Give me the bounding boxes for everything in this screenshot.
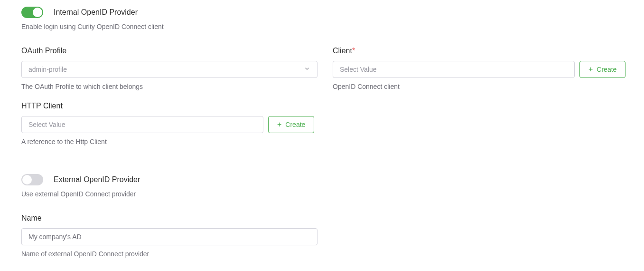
plus-icon: +	[277, 121, 281, 128]
oauth-profile-select[interactable]: admin-profile	[21, 61, 317, 78]
chevron-down-icon	[304, 66, 310, 74]
external-provider-toggle[interactable]	[21, 174, 43, 185]
settings-panel: Internal OpenID Provider Enable login us…	[4, 0, 640, 271]
http-client-create-button[interactable]: + Create	[268, 116, 314, 133]
oauth-profile-value: admin-profile	[28, 66, 67, 73]
external-provider-desc: Use external OpenID Connect provider	[21, 190, 623, 198]
client-create-label: Create	[597, 66, 616, 73]
oauth-profile-label: OAuth Profile	[21, 47, 317, 55]
client-label-text: Client	[333, 47, 352, 55]
toggle-knob	[22, 175, 32, 184]
internal-provider-section: Internal OpenID Provider Enable login us…	[21, 7, 623, 30]
external-provider-label: External OpenID Provider	[54, 175, 140, 184]
client-label: Client*	[333, 47, 629, 55]
internal-provider-desc: Enable login using Curity OpenID Connect…	[21, 23, 623, 30]
client-field: Client* Select Value + Create OpenID Con…	[333, 47, 629, 90]
client-placeholder: Select Value	[340, 66, 377, 73]
client-help: OpenID Connect client	[333, 83, 629, 90]
toggle-knob	[33, 8, 42, 17]
name-input-wrapper	[21, 228, 317, 245]
external-provider-section: External OpenID Provider Use external Op…	[21, 174, 623, 198]
http-client-create-label: Create	[285, 121, 305, 128]
http-client-label: HTTP Client	[21, 102, 623, 110]
name-field: Name Name of external OpenID Connect pro…	[21, 214, 623, 258]
http-client-help: A reference to the Http Client	[21, 138, 623, 145]
client-create-button[interactable]: + Create	[579, 61, 625, 78]
external-provider-toggle-row: External OpenID Provider	[21, 174, 623, 185]
http-client-placeholder: Select Value	[28, 121, 65, 128]
http-client-field: HTTP Client Select Value + Create A refe…	[21, 102, 623, 145]
name-input[interactable]	[28, 229, 310, 245]
required-marker: *	[352, 47, 355, 55]
internal-provider-toggle-row: Internal OpenID Provider	[21, 7, 623, 18]
internal-provider-label: Internal OpenID Provider	[54, 8, 138, 17]
oauth-client-row: OAuth Profile admin-profile The OAuth Pr…	[21, 47, 623, 102]
name-help: Name of external OpenID Connect provider	[21, 250, 623, 258]
client-select[interactable]: Select Value	[333, 61, 575, 78]
name-label: Name	[21, 214, 623, 223]
http-client-control-row: Select Value + Create	[21, 116, 623, 133]
oauth-profile-field: OAuth Profile admin-profile The OAuth Pr…	[21, 47, 317, 90]
internal-provider-toggle[interactable]	[21, 7, 43, 18]
client-control-row: Select Value + Create	[333, 61, 629, 78]
plus-icon: +	[588, 66, 593, 73]
http-client-select[interactable]: Select Value	[21, 116, 263, 133]
oauth-profile-help: The OAuth Profile to which client belong…	[21, 83, 317, 90]
